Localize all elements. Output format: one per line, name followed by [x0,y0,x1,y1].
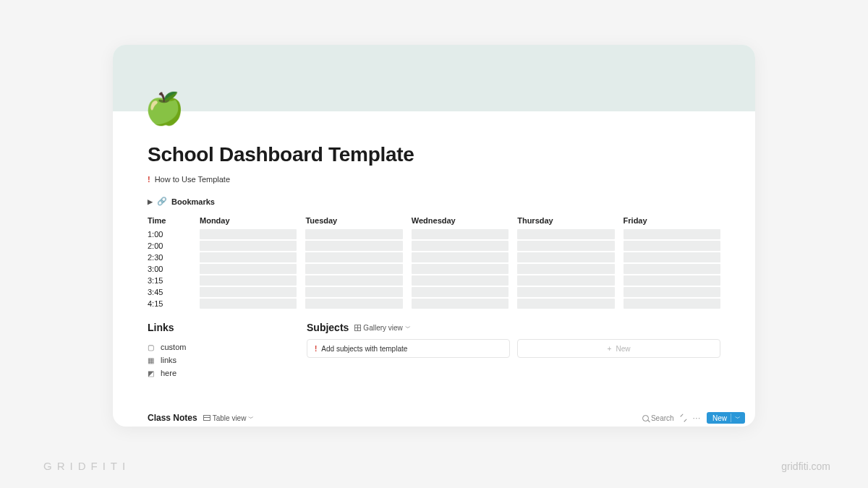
schedule-cell[interactable] [200,275,297,286]
link-item[interactable]: ▢custom [148,341,289,354]
schedule-cell[interactable] [624,275,720,286]
new-card-label: New [616,345,630,353]
watermark-url: gridfiti.com [781,461,830,472]
day-header: Monday [200,216,297,229]
class-notes-view-label: Table view [213,414,247,422]
bookmarks-toggle[interactable]: ▶ 🔗 Bookmarks [148,197,720,206]
schedule-cell[interactable] [412,275,509,286]
more-menu-icon[interactable]: ··· [693,414,701,422]
watermark-brand: GRIDFITI [43,460,130,472]
time-label: 3:00 [148,264,191,274]
day-header: Friday [624,216,720,229]
link-icon: 🔗 [157,197,167,206]
expand-icon[interactable] [680,414,687,421]
time-label: 3:15 [148,275,191,286]
new-button-label: New [712,414,727,422]
schedule-cell[interactable] [517,252,614,262]
schedule-cell[interactable] [305,287,402,297]
schedule-cell[interactable] [412,299,509,309]
class-notes-view-switch[interactable]: Table view ﹀ [203,414,255,422]
lower-columns: Links ▢custom▦links◩here Subjects Galler… [148,322,720,380]
schedule-cell[interactable] [624,252,720,262]
exclamation-icon: ! [315,345,317,353]
page-title[interactable]: School Dashboard Template [148,143,720,166]
link-item[interactable]: ◩here [148,367,289,380]
page-icon: ▢ [148,343,156,351]
links-heading: Links [148,322,289,333]
links-list: ▢custom▦links◩here [148,341,289,380]
new-subject-card[interactable]: + New [517,339,720,358]
link-label: custom [161,343,186,351]
schedule-cell[interactable] [412,287,509,297]
schedule-cell[interactable] [624,299,720,309]
search-button[interactable]: Search [642,414,674,422]
schedule-cell[interactable] [517,229,614,239]
page-emoji-icon[interactable]: 🍏 [145,93,184,124]
bookmarks-label: Bookmarks [171,197,215,206]
separator [731,414,731,422]
schedule-cell[interactable] [200,241,297,251]
notion-page-card: 🍏 School Dashboard Template ! How to Use… [113,45,755,427]
time-label: 3:45 [148,287,191,297]
schedule-cell[interactable] [624,241,720,251]
subjects-section: Subjects Gallery view ﹀ ! Add subjects w… [307,322,720,380]
time-label: 4:15 [148,299,191,309]
links-section: Links ▢custom▦links◩here [148,322,289,380]
plus-icon: + [608,345,612,353]
schedule-cell[interactable] [517,275,614,286]
page-content: School Dashboard Template ! How to Use T… [113,143,755,380]
triangle-right-icon: ▶ [148,198,153,205]
schedule-cell[interactable] [624,287,720,297]
new-button[interactable]: New ﹀ [707,412,745,424]
how-to-callout[interactable]: ! How to Use Template [148,175,720,184]
schedule-cell[interactable] [305,275,402,286]
link-item[interactable]: ▦links [148,354,289,367]
schedule-cell[interactable] [200,229,297,239]
schedule-cell[interactable] [517,241,614,251]
search-icon [642,415,649,421]
schedule-cell[interactable] [305,252,402,262]
chevron-down-icon: ﹀ [405,324,411,332]
table-icon [203,415,210,421]
schedule-cell[interactable] [517,299,614,309]
how-to-label: How to Use Template [155,175,230,184]
day-column [517,229,614,310]
schedule-cell[interactable] [200,287,297,297]
time-label: 2:30 [148,252,191,262]
chevron-down-icon: ﹀ [735,414,741,422]
page-icon: ◩ [148,369,156,377]
class-notes-heading: Class Notes [148,413,197,423]
schedule-cell[interactable] [200,264,297,274]
add-subjects-card[interactable]: ! Add subjects with template [307,339,510,358]
page-cover [113,45,755,111]
schedule-cell[interactable] [305,264,402,274]
link-label: here [161,369,176,377]
exclamation-icon: ! [148,175,150,184]
schedule-table: TimeMondayTuesdayWednesdayThursdayFriday… [148,216,720,310]
day-column [412,229,509,310]
schedule-cell[interactable] [624,264,720,274]
time-column: 1:002:002:303:003:153:454:15 [148,229,191,310]
time-label: 2:00 [148,241,191,251]
day-header: Tuesday [305,216,402,229]
schedule-cell[interactable] [412,264,509,274]
schedule-cell[interactable] [517,264,614,274]
add-subjects-label: Add subjects with template [321,345,407,353]
schedule-cell[interactable] [200,252,297,262]
subjects-heading: Subjects [307,322,349,333]
subjects-view-switch[interactable]: Gallery view ﹀ [354,324,410,332]
schedule-cell[interactable] [305,229,402,239]
time-header: Time [148,216,191,229]
day-column [200,229,297,310]
schedule-cell[interactable] [305,299,402,309]
schedule-cell[interactable] [200,299,297,309]
schedule-cell[interactable] [517,287,614,297]
schedule-cell[interactable] [305,241,402,251]
schedule-cell[interactable] [412,252,509,262]
schedule-cell[interactable] [624,229,720,239]
time-label: 1:00 [148,229,191,239]
schedule-cell[interactable] [412,241,509,251]
day-header: Wednesday [412,216,509,229]
schedule-cell[interactable] [412,229,509,239]
day-column [624,229,720,310]
